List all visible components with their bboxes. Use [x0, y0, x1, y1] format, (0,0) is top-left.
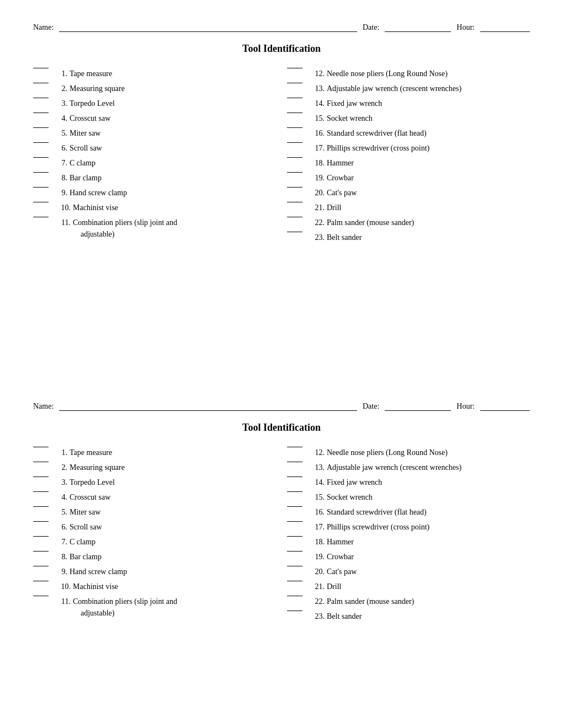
item-text: Drill	[327, 581, 530, 592]
list-item: 14. Fixed jaw wrench	[287, 98, 530, 109]
blank-12	[287, 68, 302, 68]
item-num: 11.	[51, 596, 71, 607]
list-item: 1. Tape measure	[33, 447, 276, 458]
item-num: 8.	[51, 551, 67, 563]
header-row-2: Name: Date: Hour:	[33, 401, 530, 411]
header-row-1: Name: Date: Hour:	[33, 22, 530, 32]
page-title-1: Tool Identification	[33, 43, 530, 55]
item-text: Hammer	[327, 157, 530, 169]
list-item: 12. Needle nose pliers (Long Round Nose)	[287, 68, 530, 79]
item-num: 1.	[51, 68, 67, 79]
name-label-1: Name:	[33, 23, 54, 32]
blank-p2-18	[287, 536, 302, 537]
list-item: 5. Miter saw	[33, 127, 276, 139]
left-column-1: 1. Tape measure 2. Measuring square 3. T…	[33, 68, 276, 247]
blank-2	[33, 83, 49, 83]
item-text: Standard screwdriver (flat head)	[327, 506, 530, 518]
item-text: Drill	[327, 202, 530, 213]
item-num: 10.	[51, 581, 71, 592]
hour-label-2: Hour:	[456, 402, 475, 411]
list-item: 4. Crosscut saw	[33, 113, 276, 124]
item-text: Cat's paw	[327, 187, 530, 199]
item-text: Palm sander (mouse sander)	[327, 217, 530, 228]
item-text: Crosscut saw	[70, 113, 276, 124]
blank-7	[33, 157, 49, 158]
item-text: Phillips screwdriver (cross point)	[327, 521, 530, 533]
date-line-1	[385, 22, 451, 32]
blank-p2-19	[287, 551, 302, 552]
list-item: 7. C clamp	[33, 536, 276, 548]
blank-p2-11	[33, 596, 49, 596]
list-item: 13. Adjustable jaw wrench (crescent wren…	[287, 83, 530, 94]
item-text: Crosscut saw	[70, 491, 276, 503]
item-text: Bar clamp	[70, 551, 276, 563]
list-item: 19. Crowbar	[287, 172, 530, 184]
item-num: 12.	[305, 68, 325, 79]
item-num: 13.	[305, 462, 325, 473]
blank-p2-4	[33, 491, 49, 492]
item-text: Scroll saw	[70, 521, 276, 533]
blank-p2-10	[33, 581, 49, 581]
item-num: 9.	[51, 566, 67, 577]
list-item: 12. Needle nose pliers (Long Round Nose)	[287, 447, 530, 458]
item-text: Hand screw clamp	[70, 566, 276, 577]
blank-p2-20	[287, 566, 302, 566]
item-num: 16.	[305, 506, 325, 518]
date-label-2: Date:	[363, 402, 379, 411]
list-item: 10. Machinist vise	[33, 581, 276, 592]
item-num: 16.	[305, 127, 325, 139]
blank-5	[33, 127, 49, 128]
item-num: 20.	[305, 566, 325, 577]
item-num: 21.	[305, 202, 325, 213]
blank-14	[287, 98, 302, 98]
item-num: 17.	[305, 521, 325, 533]
blank-p2-5	[33, 506, 49, 507]
item-text: Needle nose pliers (Long Round Nose)	[327, 68, 530, 79]
blank-p2-17	[287, 521, 302, 522]
item-num: 2.	[51, 83, 67, 94]
list-item: 11. Combination pliers (slip joint and a…	[33, 217, 276, 240]
list-item: 20. Cat's paw	[287, 566, 530, 577]
item-num: 13.	[305, 83, 325, 94]
blank-p2-23	[287, 611, 302, 611]
item-text: Tape measure	[70, 447, 276, 458]
item-num: 23.	[305, 232, 325, 243]
item-num: 15.	[305, 113, 325, 124]
list-item: 16. Standard screwdriver (flat head)	[287, 127, 530, 139]
list-item: 9. Hand screw clamp	[33, 187, 276, 199]
list-item: 18. Hammer	[287, 157, 530, 169]
page-title-2: Tool Identification	[33, 422, 530, 433]
item-text: Cat's paw	[327, 566, 530, 577]
content-2: 1. Tape measure 2. Measuring square 3. T…	[33, 447, 530, 625]
content-1: 1. Tape measure 2. Measuring square 3. T…	[33, 68, 530, 247]
list-item: 23. Belt sander	[287, 232, 530, 243]
item-text: Belt sander	[327, 232, 530, 243]
list-item: 22. Palm sander (mouse sander)	[287, 596, 530, 607]
item-text: Torpedo Level	[70, 98, 276, 109]
item-num: 1.	[51, 447, 67, 458]
item-num: 7.	[51, 157, 67, 169]
item-text: Machinist vise	[73, 581, 276, 592]
item-num: 22.	[305, 596, 325, 607]
item-text: Socket wrench	[327, 113, 530, 124]
blank-p2-12	[287, 447, 302, 447]
list-item: 16. Standard screwdriver (flat head)	[287, 506, 530, 518]
blank-p2-2	[33, 462, 49, 462]
item-num: 22.	[305, 217, 325, 228]
item-num: 5.	[51, 127, 67, 139]
item-text: Measuring square	[70, 462, 276, 473]
list-item: 9. Hand screw clamp	[33, 566, 276, 577]
date-line-2	[385, 401, 451, 411]
blank-p2-14	[287, 477, 302, 477]
list-item: 15. Socket wrench	[287, 113, 530, 124]
list-item: 4. Crosscut saw	[33, 491, 276, 503]
item-num: 3.	[51, 477, 67, 488]
list-item: 22. Palm sander (mouse sander)	[287, 217, 530, 228]
list-item: 17. Phillips screwdriver (cross point)	[287, 521, 530, 533]
item-text: Scroll saw	[70, 142, 276, 154]
blank-p2-3	[33, 477, 49, 477]
list-item: 11. Combination pliers (slip joint and a…	[33, 596, 276, 619]
blank-20	[287, 187, 302, 188]
list-item: 3. Torpedo Level	[33, 98, 276, 109]
blank-16	[287, 127, 302, 128]
